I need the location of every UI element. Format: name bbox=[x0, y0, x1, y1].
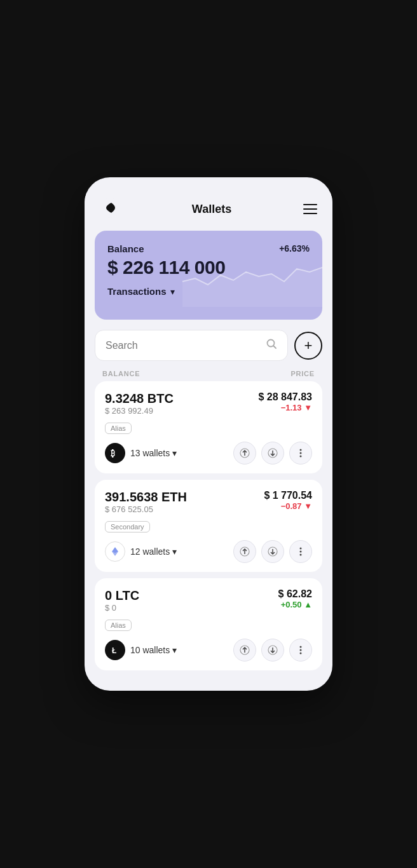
balance-card: Balance $ 226 114 000 +6.63% Transaction… bbox=[95, 231, 322, 320]
ltc-price-group: $ 62.82 +0.50 ▲ bbox=[278, 588, 312, 609]
page-title: Wallets bbox=[192, 203, 231, 216]
coin-bottom-btc: ₿ 13 wallets ▾ bbox=[105, 442, 312, 465]
btc-identity: ₿ 13 wallets ▾ bbox=[105, 443, 177, 463]
btc-change: −1.13 ▼ bbox=[258, 403, 312, 412]
search-section: + bbox=[95, 330, 322, 361]
header: Wallets bbox=[85, 193, 332, 231]
btc-more-button[interactable] bbox=[289, 442, 312, 465]
menu-icon[interactable] bbox=[303, 204, 317, 214]
transactions-chevron-icon: ▾ bbox=[170, 287, 175, 297]
svg-point-26 bbox=[300, 646, 302, 648]
svg-text:₿: ₿ bbox=[111, 449, 115, 458]
svg-point-28 bbox=[300, 653, 302, 654]
coin-bottom-ltc: Ł 10 wallets ▾ bbox=[105, 639, 312, 661]
coin-top-ltc: 0 LTC $ 0 $ 62.82 +0.50 ▲ bbox=[105, 588, 312, 618]
coin-card-ltc: 0 LTC $ 0 $ 62.82 +0.50 ▲ Alias Ł bbox=[95, 578, 322, 670]
ltc-wallets[interactable]: 10 wallets ▾ bbox=[130, 645, 177, 655]
ltc-receive-button[interactable] bbox=[261, 639, 284, 661]
ltc-actions bbox=[233, 639, 312, 661]
eth-amount-group: 391.5638 ETH $ 676 525.05 bbox=[105, 490, 187, 519]
column-headers: BALANCE PRICE bbox=[85, 363, 332, 381]
ltc-amount: 0 LTC bbox=[105, 588, 139, 603]
btc-receive-button[interactable] bbox=[261, 442, 284, 465]
eth-usd: $ 676 525.05 bbox=[105, 505, 187, 514]
add-wallet-button[interactable]: + bbox=[294, 332, 322, 360]
coin-top-btc: 9.3248 BTC $ 263 992.49 $ 28 847.83 −1.1… bbox=[105, 391, 312, 421]
search-icon bbox=[266, 338, 277, 353]
eth-alias: Secondary bbox=[105, 521, 150, 532]
svg-point-9 bbox=[300, 452, 302, 454]
btc-amount: 9.3248 BTC bbox=[105, 391, 174, 406]
coin-top-eth: 391.5638 ETH $ 676 525.05 $ 1 770.54 −0.… bbox=[105, 490, 312, 519]
ltc-alias: Alias bbox=[105, 620, 132, 631]
ltc-send-button[interactable] bbox=[233, 639, 256, 661]
ltc-icon: Ł bbox=[105, 640, 125, 660]
eth-icon bbox=[105, 541, 125, 562]
btc-amount-group: 9.3248 BTC $ 263 992.49 bbox=[105, 391, 174, 421]
eth-actions bbox=[233, 540, 312, 563]
eth-amount: 391.5638 ETH bbox=[105, 490, 187, 505]
svg-point-8 bbox=[300, 449, 302, 451]
btc-icon: ₿ bbox=[105, 443, 125, 463]
svg-text:Ł: Ł bbox=[112, 646, 116, 655]
transactions-label: Transactions bbox=[107, 286, 167, 297]
svg-point-17 bbox=[300, 548, 302, 550]
transactions-row[interactable]: Transactions ▾ bbox=[107, 286, 310, 297]
ltc-more-button[interactable] bbox=[289, 639, 312, 661]
svg-point-27 bbox=[300, 649, 302, 651]
btc-usd: $ 263 992.49 bbox=[105, 406, 174, 416]
eth-send-button[interactable] bbox=[233, 540, 256, 563]
eth-identity: 12 wallets ▾ bbox=[105, 541, 177, 562]
ltc-change: +0.50 ▲ bbox=[278, 600, 312, 609]
ltc-amount-group: 0 LTC $ 0 bbox=[105, 588, 139, 618]
btc-actions bbox=[233, 442, 312, 465]
svg-point-1 bbox=[268, 340, 275, 347]
svg-point-18 bbox=[300, 551, 302, 553]
balance-chart bbox=[182, 250, 322, 307]
btc-price-group: $ 28 847.83 −1.13 ▼ bbox=[258, 391, 312, 412]
eth-price-group: $ 1 770.54 −0.87 ▼ bbox=[264, 490, 312, 511]
coin-bottom-eth: 12 wallets ▾ bbox=[105, 540, 312, 563]
ltc-wallets-chevron-icon: ▾ bbox=[172, 645, 177, 655]
svg-point-10 bbox=[300, 456, 302, 458]
btc-wallets-chevron-icon: ▾ bbox=[172, 448, 177, 458]
coin-card-eth: 391.5638 ETH $ 676 525.05 $ 1 770.54 −0.… bbox=[95, 480, 322, 572]
btc-price: $ 28 847.83 bbox=[258, 391, 312, 403]
ltc-identity: Ł 10 wallets ▾ bbox=[105, 640, 177, 660]
eth-receive-button[interactable] bbox=[261, 540, 284, 563]
search-box bbox=[95, 330, 288, 361]
btc-send-button[interactable] bbox=[233, 442, 256, 465]
ltc-price: $ 62.82 bbox=[278, 588, 312, 600]
phone-container: Wallets Balance $ 226 114 000 +6.63% Tra… bbox=[85, 177, 332, 691]
btc-alias: Alias bbox=[105, 423, 132, 434]
eth-change: −0.87 ▼ bbox=[264, 501, 312, 511]
eth-wallets-chevron-icon: ▾ bbox=[172, 546, 177, 557]
coin-list: 9.3248 BTC $ 263 992.49 $ 28 847.83 −1.1… bbox=[85, 381, 332, 670]
logo-icon bbox=[100, 198, 120, 220]
eth-more-button[interactable] bbox=[289, 540, 312, 563]
svg-line-2 bbox=[274, 346, 277, 349]
ltc-usd: $ 0 bbox=[105, 603, 139, 613]
btc-wallets[interactable]: 13 wallets ▾ bbox=[130, 448, 177, 458]
balance-col-header: BALANCE bbox=[102, 370, 140, 377]
price-col-header: PRICE bbox=[291, 370, 315, 377]
coin-card-btc: 9.3248 BTC $ 263 992.49 $ 28 847.83 −1.1… bbox=[95, 381, 322, 473]
eth-wallets[interactable]: 12 wallets ▾ bbox=[130, 546, 177, 557]
svg-point-19 bbox=[300, 554, 302, 556]
plus-icon: + bbox=[304, 337, 313, 354]
search-input[interactable] bbox=[106, 340, 259, 351]
eth-price: $ 1 770.54 bbox=[264, 490, 312, 501]
